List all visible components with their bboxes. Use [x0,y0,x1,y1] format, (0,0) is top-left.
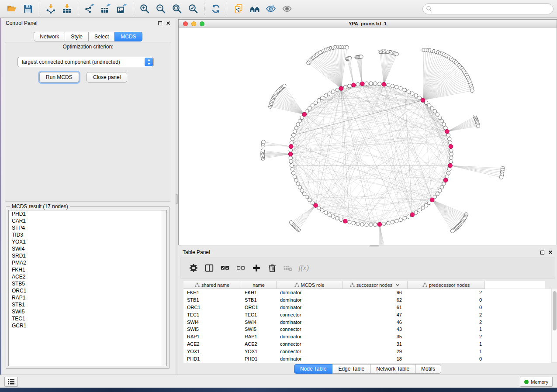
float-table-panel-icon[interactable] [540,251,544,254]
cell-MCDS-role[interactable]: connector [277,340,343,348]
new-column-button[interactable] [249,260,264,276]
tab-network[interactable]: Network [34,32,65,41]
cell-successor-nodes[interactable]: 18 [343,355,408,363]
cell-shared-name[interactable]: PHD1 [183,355,241,363]
cell-MCDS-role[interactable]: connector [277,311,343,319]
table-row[interactable]: PHD1PHD1dominator180 [183,355,551,363]
cell-shared-name[interactable]: ORC1 [183,304,241,311]
cell-name[interactable]: STB1 [241,296,277,304]
copy-network-button[interactable] [230,1,246,16]
mcds-list-scrollbar[interactable] [162,210,166,366]
table-scrollbar[interactable] [551,289,557,363]
table-row[interactable]: ORC1ORC1dominator610 [183,304,551,311]
cell-shared-name[interactable]: YOX1 [183,348,241,355]
cell-MCDS-role[interactable]: dominator [277,289,343,296]
mcds-node-item[interactable]: STB1 [9,301,166,308]
cell-MCDS-role[interactable]: dominator [277,296,343,304]
table-row[interactable]: RAP1RAP1dominator352 [183,333,551,340]
table-row[interactable]: SWI4SWI4dominator462 [183,319,551,326]
table-row[interactable]: TEC1TEC1connector472 [183,311,551,319]
cell-predecessor-nodes[interactable]: 2 [408,289,485,296]
tab-style[interactable]: Style [65,32,89,41]
cell-name[interactable]: TEC1 [241,311,277,319]
close-panel-icon[interactable] [166,21,170,25]
cell-predecessor-nodes[interactable]: 0 [408,304,485,311]
cell-name[interactable]: YOX1 [241,348,277,355]
cell-shared-name[interactable]: RAP1 [183,333,241,340]
export-image-button[interactable] [114,1,130,16]
zoom-out-button[interactable] [152,1,169,16]
tab-select[interactable]: Select [88,32,115,41]
save-session-button[interactable] [20,1,36,16]
mcds-node-item[interactable]: FKH1 [9,266,166,273]
mcds-node-item[interactable]: GCR1 [9,322,166,329]
mcds-node-item[interactable]: CAR1 [9,217,166,224]
cell-shared-name[interactable]: TEC1 [183,311,241,319]
table-row[interactable]: SWI5SWI5connector431 [183,326,551,333]
cell-predecessor-nodes[interactable]: 2 [408,333,485,340]
mcds-node-item[interactable]: TEC1 [9,315,166,322]
network-view-canvas[interactable] [179,28,557,245]
search-input[interactable] [422,3,554,14]
cell-name[interactable]: FKH1 [241,289,277,296]
column-header-name[interactable]: name [241,281,277,289]
cell-shared-name[interactable]: FKH1 [183,289,241,296]
maximize-window-button[interactable] [200,21,204,26]
cell-MCDS-role[interactable]: dominator [277,319,343,326]
cell-predecessor-nodes[interactable]: 0 [408,355,485,363]
run-mcds-button[interactable]: Run MCDS [39,72,79,83]
float-window-icon[interactable] [158,21,162,25]
mcds-node-item[interactable]: ACE2 [9,273,166,280]
table-row[interactable]: YOX1YOX1connector291 [183,348,551,355]
show-panels-button[interactable] [4,377,18,387]
zoom-in-button[interactable] [136,1,152,16]
tab-edge-table[interactable]: Edge Table [332,364,370,374]
table-settings-button[interactable] [186,260,201,276]
cell-predecessor-nodes[interactable]: 2 [408,319,485,326]
cell-predecessor-nodes[interactable]: 1 [408,326,485,333]
show-all-button[interactable] [279,1,295,16]
zoom-fit-button[interactable] [169,1,185,16]
mcds-node-item[interactable]: RAP1 [9,294,166,301]
cell-successor-nodes[interactable]: 62 [343,296,408,304]
mcds-node-item[interactable]: ORC1 [9,287,166,294]
deselect-all-button[interactable] [233,260,249,276]
cell-successor-nodes[interactable]: 96 [343,289,408,296]
delete-table-button[interactable] [280,260,296,276]
cell-MCDS-role[interactable]: dominator [277,304,343,311]
mcds-node-item[interactable]: SRD1 [9,252,166,259]
hide-selected-button[interactable] [263,1,279,16]
cell-name[interactable]: ACE2 [241,340,277,348]
function-builder-button[interactable]: f(x) [296,260,311,276]
apply-layout-button[interactable] [208,1,224,16]
mcds-node-item[interactable]: SWI5 [9,308,166,315]
table-row[interactable]: STB1STB1dominator620 [183,296,551,304]
mcds-node-item[interactable]: SWI4 [9,245,166,252]
mcds-node-item[interactable]: YOX1 [9,238,166,245]
close-window-button[interactable] [183,21,188,26]
cell-shared-name[interactable]: STB1 [183,296,241,304]
cell-MCDS-role[interactable]: dominator [277,355,343,363]
table-row[interactable]: ACE2ACE2connector311 [183,340,551,348]
minimize-window-button[interactable] [191,21,196,26]
splitter-grip[interactable] [176,194,178,204]
cell-successor-nodes[interactable]: 35 [343,333,408,340]
close-table-panel-icon[interactable] [548,250,553,254]
show-columns-button[interactable] [201,260,217,276]
export-table-button[interactable] [97,1,114,16]
table-scrollbar-thumb[interactable] [553,291,557,330]
tab-mcds[interactable]: MCDS [114,32,142,41]
cell-MCDS-role[interactable]: dominator [277,333,343,340]
table-row[interactable]: FKH1FKH1dominator962 [183,289,551,296]
cell-successor-nodes[interactable]: 43 [343,326,408,333]
first-neighbors-button[interactable] [246,1,263,16]
vertical-splitter[interactable] [175,18,178,375]
zoom-selected-button[interactable] [185,1,201,16]
column-header-MCDS-role[interactable]: MCDS role [277,281,343,289]
mcds-node-item[interactable]: TID3 [9,231,166,238]
import-network-button[interactable] [42,1,59,16]
mcds-node-item[interactable]: PHD1 [9,210,166,217]
cell-successor-nodes[interactable]: 29 [343,348,408,355]
mcds-node-item[interactable]: PMA2 [9,259,166,266]
cell-shared-name[interactable]: ACE2 [183,340,241,348]
